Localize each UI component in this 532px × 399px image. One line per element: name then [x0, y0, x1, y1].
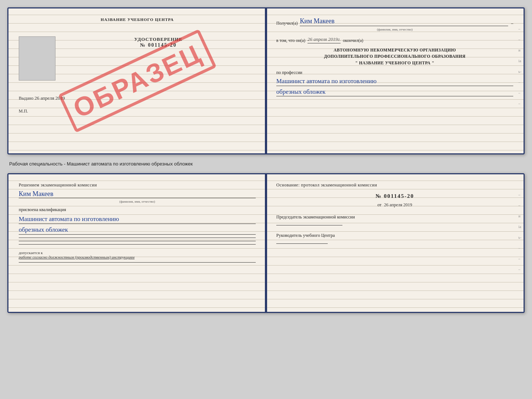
vydano-date: 26 апреля 2019	[35, 95, 65, 101]
osnovanie-text: Основание: протокол экзаменационной коми…	[276, 182, 513, 188]
caption-text: Рабочая специальность - Машинист автомат…	[7, 161, 525, 167]
poluchil-line: Получил(а) Ким Макеев –	[276, 17, 513, 26]
rukovoditel-line	[276, 243, 328, 244]
ot-label: от	[377, 202, 381, 207]
cert1-number: № 001145-20	[61, 42, 256, 48]
separator3	[19, 244, 256, 245]
cert1-title: НАЗВАНИЕ УЧЕБНОГО ЦЕНТРА	[19, 17, 256, 22]
cert1-date: 26 апреля 2019г.	[308, 36, 341, 43]
certificate-book-2: Решением экзаменационной комиссии Ким Ма…	[7, 173, 525, 313]
predsedatel-label: Председатель экзаменационной комиссии	[276, 214, 513, 220]
dopuskaetsya-italic: работе согласно должностным (производств…	[19, 255, 256, 259]
kvali-line1: Машинист автомата по изготовлению	[19, 215, 256, 224]
org-line2: ДОПОЛНИТЕЛЬНОГО ПРОФЕССИОНАЛЬНОГО ОБРАЗО…	[276, 53, 513, 60]
fio-hint: (фамилия, имя, отчество)	[276, 28, 513, 31]
ot-date-block: от 26 апреля 2019	[276, 202, 513, 208]
cert1-left-page: НАЗВАНИЕ УЧЕБНОГО ЦЕНТРА УДОСТОВЕРЕНИЕ №…	[8, 8, 266, 153]
photo-placeholder	[19, 36, 55, 81]
separator2	[19, 241, 256, 241]
recipient-name: Ким Макеев	[300, 17, 508, 26]
vydano-label: Выдано	[19, 96, 33, 101]
predsedatel-line	[276, 225, 342, 225]
vtom-line: в том, что он(а) 26 апреля 2019г. окончи…	[276, 36, 513, 43]
cert1-right-page: Получил(а) Ким Макеев – (фамилия, имя, о…	[266, 8, 524, 153]
resheniem-text: Решением экзаменационной комиссии	[19, 182, 256, 188]
separator4	[19, 262, 256, 263]
rukovoditel-block: Руководитель учебного Центра	[276, 233, 513, 244]
rukovoditel-label: Руководитель учебного Центра	[276, 233, 513, 238]
right-margin-chars: – – и іа ь- – – –	[518, 27, 521, 106]
predsedatel-block: Председатель экзаменационной комиссии	[276, 214, 513, 225]
okonchil-label: окончил(а)	[343, 38, 363, 43]
ot-date-value: 26 апреля 2019	[384, 202, 412, 207]
mp-label: М.П.	[19, 108, 28, 114]
udostoverenie-label: УДОСТОВЕРЕНИЕ	[61, 36, 256, 42]
kvali-line2: обрезных обложек	[19, 225, 256, 235]
cert2-right-margin-chars: – – и іа ь- – – –	[518, 193, 521, 271]
dash1: –	[511, 21, 513, 26]
prisvoena-text: присвоена квалификация	[19, 207, 256, 213]
cert2-left-page: Решением экзаменационной комиссии Ким Ма…	[8, 174, 266, 312]
mp-block: М.П.	[19, 108, 256, 114]
vydano-block: Выдано 26 апреля 2019	[19, 95, 256, 101]
org-block: АВТОНОМНУЮ НЕКОММЕРЧЕСКУЮ ОРГАНИЗАЦИЮ ДО…	[276, 47, 513, 66]
certificate-book-1: НАЗВАНИЕ УЧЕБНОГО ЦЕНТРА УДОСТОВЕРЕНИЕ №…	[7, 7, 525, 154]
dopuskaetsya-block: допускается к работе согласно должностны…	[19, 250, 256, 259]
cert2-right-page: Основание: протокол экзаменационной коми…	[266, 174, 524, 312]
cert2-name: Ким Макеев	[19, 190, 256, 198]
cert2-fio-hint: (фамилия, имя, отчество)	[19, 200, 256, 203]
poluchil-label: Получил(а)	[276, 21, 298, 26]
protocol-number: № 001145-20	[276, 193, 513, 199]
po-professii-label: по профессии	[276, 70, 513, 75]
page-wrapper: НАЗВАНИЕ УЧЕБНОГО ЦЕНТРА УДОСТОВЕРЕНИЕ №…	[7, 7, 525, 313]
profession-line1: Машинист автомата по изготовлению	[276, 77, 513, 86]
org-line1: АВТОНОМНУЮ НЕКОММЕРЧЕСКУЮ ОРГАНИЗАЦИЮ	[276, 47, 513, 53]
separator1	[19, 238, 256, 238]
org-line3: " НАЗВАНИЕ УЧЕБНОГО ЦЕНТРА "	[276, 60, 513, 66]
vtom-label: в том, что он(а)	[276, 38, 305, 43]
profession-line2: обрезных обложек	[276, 88, 513, 97]
dopuskaetsya-prefix: допускается к	[19, 250, 256, 255]
